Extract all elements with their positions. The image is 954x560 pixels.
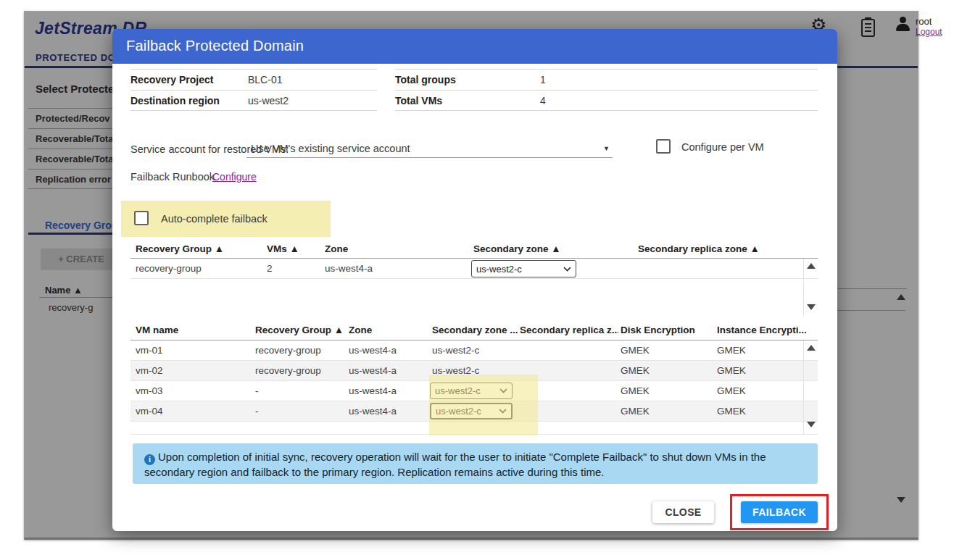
col-vm-zone[interactable]: Zone [349, 325, 372, 335]
total-vms-label: Total VMs [395, 95, 540, 106]
vms-table-body: vm-01 recovery-group us-west4-a us-west2… [130, 340, 818, 435]
cell-vm-name: vm-01 [136, 345, 163, 356]
summary-row: Total groups 1 [395, 69, 818, 90]
summary-row: Total VMs 4 [395, 90, 818, 111]
cell-vm-group: - [255, 406, 259, 417]
service-account-select[interactable]: Use VM's existing service account ▼ [246, 139, 613, 158]
scroll-up-icon[interactable] [807, 345, 816, 351]
dialog-header: Failback Protected Domain [112, 29, 837, 64]
configure-per-vm-label: Configure per VM [681, 141, 764, 153]
cell-vm-disk-encryption: GMEK [621, 345, 650, 356]
group-secondary-zone-value: us-west2-c [476, 264, 522, 275]
groups-table-header-row: Recovery Group ▲ VMs ▲ Zone Secondary zo… [130, 243, 818, 259]
cell-vm-group: recovery-group [255, 365, 321, 376]
cell-vm-instance-encryption: GMEK [717, 385, 746, 396]
user-name: root [916, 16, 932, 27]
auto-complete-failback-label: Auto-complete failback [161, 213, 267, 225]
dropdown-caret-icon: ▼ [603, 145, 613, 152]
cell-group-zone: us-west4-a [325, 263, 373, 274]
vm-secondary-zone-value: us-west2-c [436, 406, 481, 417]
cell-vm-secondary-zone: us-west2-c [432, 365, 479, 376]
cell-vm-disk-encryption: GMEK [621, 406, 650, 417]
cell-vm-name: vm-02 [136, 365, 163, 376]
vm-secondary-zone-value: us-west2-c [435, 385, 481, 396]
total-vms-value: 4 [540, 95, 546, 106]
failback-protected-domain-dialog: Failback Protected Domain Recovery Proje… [112, 29, 837, 531]
col-vm-instance-encryption[interactable]: Instance Encrypti... [717, 325, 816, 335]
col-vm-secondary-zone[interactable]: Secondary zone ... [432, 325, 518, 335]
cell-vm-name: vm-04 [136, 406, 163, 417]
cell-vm-zone: us-west4-a [349, 385, 397, 396]
select-chevron-icon [563, 267, 571, 272]
close-button[interactable]: CLOSE [652, 501, 714, 523]
vm-row-vm-04: vm-04 - us-west4-a us-west2-c GMEK GMEK [130, 401, 818, 422]
cell-vm-secondary-zone: us-west2-c [432, 345, 479, 356]
summary-row: Recovery Project BLC-01 [130, 69, 377, 90]
vms-table-header-row: VM name Recovery Group ▲ Zone Secondary … [130, 325, 818, 340]
cell-vm-group: - [255, 385, 259, 396]
cell-vm-zone: us-west4-a [349, 345, 397, 356]
col-vm-disk-encryption[interactable]: Disk Encryption [621, 325, 695, 335]
col-zone[interactable]: Zone [325, 243, 348, 254]
cell-group-vms: 2 [267, 263, 273, 274]
group-row-recovery-group: recovery-group 2 us-west4-a us-west2-c [130, 259, 818, 279]
configure-per-vm-checkbox[interactable] [656, 139, 671, 154]
select-chevron-icon [499, 409, 507, 414]
col-vm-recovery-group[interactable]: Recovery Group ▲ [255, 325, 344, 335]
groups-table-body: recovery-group 2 us-west4-a us-west2-c [130, 259, 818, 317]
summary-row: Destination region us-west2 [130, 90, 377, 111]
recovery-project-label: Recovery Project [130, 74, 248, 85]
recovery-project-value: BLC-01 [248, 74, 282, 85]
dialog-title: Failback Protected Domain [126, 38, 304, 54]
configure-runbook-link[interactable]: Configure [212, 171, 257, 183]
vm-row-vm-03: vm-03 - us-west4-a us-west2-c GMEK GMEK [130, 381, 818, 401]
col-recovery-group[interactable]: Recovery Group ▲ [136, 243, 224, 254]
vm-03-secondary-zone-select[interactable]: us-west2-c [430, 383, 513, 399]
group-secondary-zone-select[interactable]: us-west2-c [471, 260, 576, 277]
col-vm-name[interactable]: VM name [136, 325, 178, 335]
info-icon: i [144, 454, 155, 465]
vm-04-secondary-zone-select[interactable]: us-west2-c [430, 403, 513, 419]
cell-vm-group: recovery-group [255, 345, 321, 356]
info-message-text: Upon completion of initial sync, recover… [144, 451, 766, 478]
col-vms[interactable]: VMs ▲ [267, 243, 299, 254]
destination-region-value: us-west2 [248, 95, 289, 106]
cell-vm-zone: us-west4-a [349, 365, 397, 376]
cell-group-name: recovery-group [136, 263, 202, 274]
select-chevron-icon [499, 388, 507, 393]
cell-vm-disk-encryption: GMEK [621, 385, 650, 396]
scroll-down-icon[interactable] [807, 422, 816, 427]
groups-table-scrollbar[interactable] [803, 259, 818, 317]
info-message-box: iUpon completion of initial sync, recove… [133, 443, 818, 484]
col-vm-secondary-replica-zone[interactable]: Secondary replica z... [520, 325, 618, 335]
cell-vm-instance-encryption: GMEK [717, 345, 746, 356]
cell-vm-zone: us-west4-a [349, 406, 397, 417]
cell-vm-name: vm-03 [136, 385, 163, 396]
cell-vm-disk-encryption: GMEK [621, 365, 650, 376]
scroll-down-icon[interactable] [807, 304, 816, 310]
destination-region-label: Destination region [130, 95, 248, 106]
vms-table-scrollbar[interactable] [803, 340, 818, 435]
service-account-selected-value: Use VM's existing service account [246, 143, 603, 154]
total-groups-label: Total groups [395, 74, 540, 85]
vm-row-vm-01: vm-01 recovery-group us-west4-a us-west2… [130, 340, 818, 361]
vm-row-vm-02: vm-02 recovery-group us-west4-a us-west2… [130, 361, 818, 381]
col-secondary-zone[interactable]: Secondary zone ▲ [473, 243, 561, 254]
col-secondary-replica-zone[interactable]: Secondary replica zone ▲ [638, 243, 760, 254]
logout-link[interactable]: Logout [916, 27, 942, 37]
failback-runbook-label: Failback Runbook [130, 171, 215, 183]
cell-vm-instance-encryption: GMEK [717, 365, 746, 376]
scroll-up-icon[interactable] [807, 263, 816, 269]
total-groups-value: 1 [540, 74, 546, 85]
cell-vm-instance-encryption: GMEK [717, 406, 746, 417]
auto-complete-failback-checkbox[interactable] [134, 211, 149, 225]
failback-button[interactable]: FAILBACK [741, 501, 818, 523]
